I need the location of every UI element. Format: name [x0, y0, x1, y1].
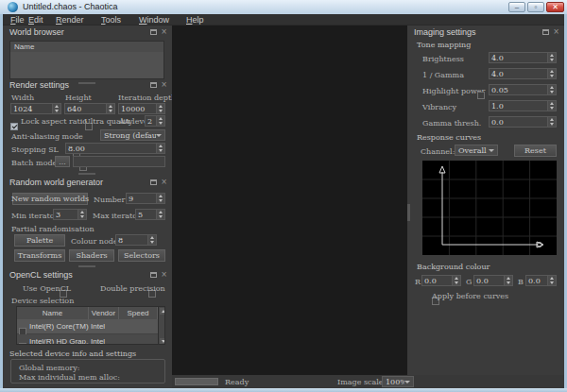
- image-scale-dropdown[interactable]: 100%: [382, 376, 414, 387]
- minimize-button[interactable]: –: [508, 2, 525, 12]
- min-iterators-spinbox[interactable]: 3: [53, 209, 87, 220]
- spin-arrows-icon[interactable]: [547, 276, 556, 285]
- dock-close-icon[interactable]: ×: [553, 28, 559, 35]
- table-scrollbar[interactable]: [158, 307, 165, 345]
- chevron-down-icon: [404, 381, 410, 383]
- world-list-header[interactable]: Name: [9, 41, 164, 52]
- highlight-power-checkbox[interactable]: [477, 92, 485, 99]
- dock-splitter-handle[interactable]: [78, 82, 95, 84]
- new-random-worlds-button[interactable]: New random worlds: [12, 193, 88, 205]
- render-viewport[interactable]: [172, 26, 407, 375]
- shaders-button[interactable]: Shaders: [69, 249, 114, 262]
- menu-window[interactable]: Window: [139, 15, 169, 25]
- transforms-button[interactable]: Transforms: [14, 249, 65, 262]
- close-button[interactable]: ✕: [546, 2, 564, 12]
- spin-arrows-icon[interactable]: [156, 116, 164, 126]
- device-col-vendor[interactable]: Vendor: [89, 307, 119, 319]
- batch-path-field[interactable]: [73, 156, 165, 167]
- dock-splitter-handle[interactable]: [78, 265, 95, 267]
- iteration-depth-spinbox[interactable]: 10000: [118, 103, 165, 114]
- selected-device-info-label: Selected device info and settings: [9, 349, 136, 358]
- minimize-icon: –: [515, 4, 519, 11]
- device-table[interactable]: Name Vendor Speed Intel(R) Core(TM)... I…: [16, 306, 165, 345]
- spin-arrows-icon[interactable]: [547, 53, 556, 62]
- dock-close-icon[interactable]: ×: [161, 271, 167, 278]
- menu-help[interactable]: Help: [186, 15, 204, 25]
- float-icon[interactable]: [150, 179, 157, 185]
- device-col-speed[interactable]: Speed: [119, 307, 158, 319]
- menu-edit[interactable]: Edit: [28, 15, 43, 25]
- dock-splitter-handle[interactable]: [78, 173, 95, 175]
- aa-level-spinbox[interactable]: 2: [145, 115, 165, 127]
- float-icon[interactable]: [150, 272, 157, 278]
- device-info-groupbox: Global memory: Max individual mem alloc:: [10, 359, 165, 383]
- chevron-down-icon: [489, 149, 494, 152]
- spin-arrows-icon[interactable]: [452, 276, 460, 285]
- dock-close-icon[interactable]: ×: [161, 179, 167, 185]
- float-icon[interactable]: [150, 29, 157, 35]
- device-checkbox[interactable]: [19, 343, 26, 345]
- dock-close-icon[interactable]: ×: [161, 28, 167, 35]
- menu-render[interactable]: Render: [56, 15, 84, 25]
- dock-resize-handle[interactable]: [407, 204, 410, 221]
- menu-file[interactable]: File: [10, 15, 25, 25]
- number-spinbox[interactable]: 9: [126, 193, 165, 204]
- highlight-power-label: Highlight power: [422, 87, 485, 95]
- device-col-name[interactable]: Name: [17, 307, 89, 319]
- batch-browse-button[interactable]: ...: [55, 156, 70, 167]
- spin-arrows-icon[interactable]: [52, 104, 60, 113]
- spin-arrows-icon[interactable]: [156, 210, 164, 219]
- spin-arrows-icon[interactable]: [106, 104, 114, 113]
- table-row[interactable]: Intel(R) Core(TM)... Intel: [17, 319, 158, 333]
- maximize-button[interactable]: ▫: [527, 2, 544, 12]
- spin-arrows-icon[interactable]: [547, 85, 556, 94]
- double-precision-label: Double precision: [100, 284, 165, 293]
- lock-aspect-checkbox[interactable]: [10, 123, 18, 130]
- maximize-icon: ▫: [535, 4, 538, 11]
- float-icon[interactable]: [150, 82, 157, 88]
- green-spinbox[interactable]: 0.0: [473, 275, 513, 286]
- global-memory-label: Global memory:: [19, 364, 80, 372]
- spin-arrows-icon[interactable]: [547, 117, 556, 127]
- gamma-spinbox[interactable]: 4.0: [489, 68, 557, 79]
- max-iterators-spinbox[interactable]: 5: [135, 209, 165, 220]
- palette-button[interactable]: Palette: [14, 234, 65, 247]
- highlight-power-spinbox[interactable]: 0.05: [489, 84, 557, 95]
- table-row[interactable]: Intel(R) HD Grap... Intel: [17, 334, 158, 345]
- spin-arrows-icon[interactable]: [156, 144, 164, 153]
- scroll-up-icon[interactable]: [160, 308, 165, 315]
- width-label: Width: [11, 94, 34, 102]
- aa-mode-dropdown[interactable]: Strong (default): [100, 129, 165, 141]
- world-list-body[interactable]: [9, 52, 164, 79]
- blue-spinbox[interactable]: 0.0: [525, 275, 557, 286]
- response-curve-canvas[interactable]: [422, 161, 557, 255]
- brightness-spinbox[interactable]: 4.0: [489, 52, 557, 63]
- menu-tools[interactable]: Tools: [101, 15, 121, 25]
- float-icon[interactable]: [542, 29, 549, 35]
- world-list-header-label: Name: [14, 43, 34, 51]
- dock-close-icon[interactable]: ×: [161, 81, 167, 88]
- spin-arrows-icon[interactable]: [547, 101, 556, 111]
- scroll-down-icon[interactable]: [160, 338, 165, 345]
- spin-arrows-icon[interactable]: [504, 276, 512, 285]
- red-spinbox[interactable]: 0.0: [421, 275, 461, 286]
- spin-arrows-icon[interactable]: [547, 69, 556, 78]
- height-spinbox[interactable]: 640: [64, 103, 115, 114]
- spin-arrows-icon[interactable]: [156, 104, 164, 113]
- selectors-button[interactable]: Selectors: [118, 249, 165, 262]
- reset-button[interactable]: Reset: [514, 145, 557, 157]
- title-bar[interactable]: Untitled.chaos - Chaotica – ▫ ✕: [0, 0, 567, 14]
- spin-arrows-icon[interactable]: [77, 210, 86, 219]
- aa-mode-label: Anti-aliasing mode: [11, 132, 83, 141]
- vibrancy-spinbox[interactable]: 1.0: [489, 100, 557, 111]
- spin-arrows-icon[interactable]: [156, 194, 164, 203]
- channel-dropdown[interactable]: Overall: [455, 145, 498, 156]
- gamma-thresh-spinbox[interactable]: 0.0: [489, 116, 557, 128]
- colour-nodes-spinbox[interactable]: 8: [115, 234, 157, 246]
- width-spinbox[interactable]: 1024: [10, 103, 61, 114]
- stopping-sl-spinbox[interactable]: 8.00: [65, 143, 165, 154]
- window-title: Untitled.chaos - Chaotica: [23, 2, 118, 11]
- close-icon: ✕: [552, 4, 558, 11]
- imaging-settings-panel: Imaging settings × Tone mapping Brightne…: [407, 26, 564, 375]
- spin-arrows-icon[interactable]: [147, 235, 156, 245]
